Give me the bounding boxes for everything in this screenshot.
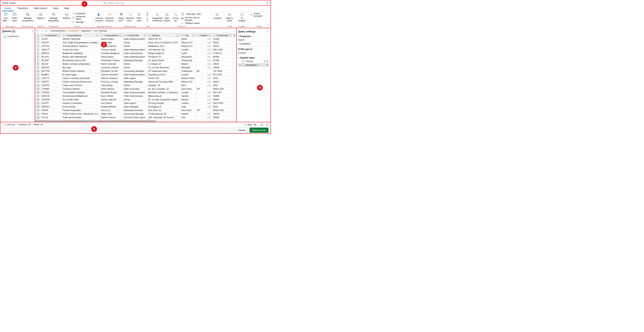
query-item-customers[interactable]: Customers bbox=[0, 34, 35, 38]
horizontal-scrollbar[interactable] bbox=[35, 120, 236, 122]
tab-help[interactable]: Help bbox=[62, 6, 72, 11]
ai-insights-button[interactable]: AI insights bbox=[237, 12, 247, 22]
table-row[interactable]: 20ERNSHErnst HandelRoland MendelSales Ma… bbox=[35, 105, 236, 108]
refresh-button[interactable]: Refresh˅ bbox=[62, 12, 71, 22]
options-button[interactable]: Options bbox=[36, 12, 45, 20]
gear-icon[interactable]: ⚙ bbox=[264, 60, 266, 62]
manage-connections-button[interactable]: Manage connections bbox=[21, 12, 34, 22]
table-row[interactable]: 18DUMONDu monde entierJanine LabruneOwne… bbox=[35, 98, 236, 102]
tab-view[interactable]: View bbox=[50, 6, 61, 11]
keep-rows-button[interactable]: Keep rows ˅ bbox=[117, 12, 126, 22]
fx-icon[interactable]: fx bbox=[45, 30, 48, 32]
cancel-button[interactable]: Cancel bbox=[235, 128, 248, 133]
table-row[interactable]: 11BSBEVB's BeveragesVictoria AshworthSal… bbox=[35, 73, 236, 76]
group-label: Share bbox=[257, 25, 262, 28]
tab-transform[interactable]: Transform bbox=[14, 6, 31, 11]
group-label: New query bbox=[6, 25, 15, 28]
replace-values-button[interactable]: ½→Replace values bbox=[181, 22, 209, 24]
collapse-queries-icon[interactable]: 〈 bbox=[30, 30, 33, 33]
data-grid[interactable]: ▦ABCCustomerID▾ABCCompanyName▾ABCContact… bbox=[35, 34, 236, 120]
bulb-icon bbox=[155, 12, 160, 17]
table-row[interactable]: 5BERGSBerglunds snabbköpChristina Berglu… bbox=[35, 52, 236, 55]
use-first-row-button[interactable]: Use first row as headers ˅ bbox=[181, 16, 209, 22]
keep-rows-icon bbox=[119, 12, 124, 17]
svg-rect-29 bbox=[216, 14, 217, 16]
advanced-editor-button[interactable]: Advanced editor bbox=[72, 15, 91, 20]
column-header[interactable]: ABCCity▾ bbox=[180, 34, 196, 37]
column-header[interactable]: ABCRegion▾ bbox=[196, 34, 212, 37]
close-icon[interactable]: ✕ bbox=[265, 1, 270, 5]
table-row[interactable]: 14CHOPSChop-suey ChineseYang WangOwnerHa… bbox=[35, 84, 236, 87]
sort-desc-button[interactable]: Z↓A bbox=[146, 17, 149, 22]
table-row[interactable]: 3ANTONAntonio Moreno TaqueríaAntonio Mor… bbox=[35, 44, 236, 48]
cancel-formula-icon[interactable]: ✕ bbox=[36, 30, 40, 32]
commit-formula-icon[interactable]: ✓ bbox=[40, 30, 44, 32]
db-icon[interactable]: 🗄 bbox=[266, 64, 268, 66]
ribbon-collapse-icon[interactable]: ⌃ bbox=[267, 24, 269, 27]
table-row[interactable]: 15COMMIComércio MineiroPedro AfonsoSales… bbox=[35, 87, 236, 91]
query-name-input[interactable] bbox=[238, 42, 269, 46]
get-data-button[interactable]: Get data ˅ bbox=[2, 12, 10, 22]
column-header[interactable]: ABCContactName▾ bbox=[100, 34, 122, 37]
table-row[interactable]: 22FISSAFISSA Fabrica Inter. Salchichas S… bbox=[35, 112, 236, 116]
manage-button[interactable]: Manage ˅ bbox=[72, 21, 91, 24]
grid-view-icon[interactable]: ▦ bbox=[260, 123, 264, 126]
suggested-transforms-button[interactable]: Suggested transforms bbox=[152, 12, 162, 22]
table-row[interactable]: 4AROUTAround the HornThomas HardySales R… bbox=[35, 48, 236, 52]
combine-button[interactable]: Combine˅ bbox=[212, 12, 222, 22]
table-row[interactable]: 23FOLIGFolies gourmandesMartine RancéAss… bbox=[35, 116, 236, 119]
svg-rect-14 bbox=[98, 13, 99, 16]
remove-columns-button[interactable]: Remove columns ˅ bbox=[105, 12, 114, 25]
group-label: Data sources bbox=[22, 25, 34, 28]
table-row[interactable]: 6BLAUSBlauer See DelikatessenHanna MoosS… bbox=[35, 55, 236, 59]
step-button[interactable]: ▭ Step bbox=[245, 123, 252, 126]
applied-steps-section[interactable]: Applied steps bbox=[238, 54, 269, 59]
properties-button[interactable]: Properties bbox=[72, 12, 91, 15]
db-icon[interactable]: 🗄 bbox=[266, 60, 268, 62]
svg-rect-9 bbox=[53, 14, 54, 14]
column-header[interactable]: ABCCompanyName▾ bbox=[61, 34, 100, 37]
enter-data-button[interactable]: Enter data bbox=[10, 12, 19, 22]
manage-parameters-button[interactable]: Manage parameters ˅ bbox=[47, 12, 60, 25]
expand-formula-icon[interactable]: ⌄ bbox=[232, 30, 235, 32]
table-row[interactable]: 19EASTCEastern ConnectionAnn DevonSales … bbox=[35, 102, 236, 105]
table-row[interactable]: 21FAMIAFamilia ArquibaldoAria CruzMarket… bbox=[35, 108, 236, 112]
table-row[interactable]: 13CENTCCentro comercial MoctezumaFrancis… bbox=[35, 80, 236, 84]
warning-status[interactable]: ⚠1 warning bbox=[2, 123, 15, 126]
table-row[interactable]: 1ALFKIAlfreds FutterkisteMaria AndersSal… bbox=[35, 37, 236, 41]
split-column-button[interactable]: Split column ˅ bbox=[163, 12, 171, 25]
column-header[interactable]: ABCContactTitle▾ bbox=[123, 34, 147, 37]
table-row[interactable]: 10BOTTMBottom-Dollar MarketsElizabeth Li… bbox=[35, 69, 236, 73]
formula-bar[interactable]: Source{[Name = "Customers", Signature = … bbox=[49, 29, 231, 33]
sort-asc-button[interactable]: A↓Z bbox=[146, 12, 149, 17]
data-type-button[interactable]: ABC123 Data type: Text ˅ bbox=[181, 12, 209, 16]
table-row[interactable]: 8BOLIDBólido Comidas preparadasMartín So… bbox=[35, 62, 236, 66]
tab-home[interactable]: Home bbox=[2, 6, 14, 11]
table-row[interactable]: 17DRACDDrachenblut DelikatessenSven Ottl… bbox=[35, 94, 236, 98]
expand-settings-icon[interactable]: 〉 bbox=[267, 30, 269, 33]
list-view-icon[interactable]: ▤ bbox=[265, 123, 269, 126]
table-row[interactable]: 16CONSHConsolidated HoldingsElizabeth Br… bbox=[35, 91, 236, 94]
diagram-view-icon[interactable]: ⊞→ bbox=[254, 123, 258, 126]
export-template-button[interactable]: Export template bbox=[250, 12, 269, 18]
group-label: CDM bbox=[228, 25, 232, 28]
column-header[interactable]: ABCCustomerID▾ bbox=[40, 34, 62, 37]
group-by-button[interactable]: Group by bbox=[172, 12, 180, 22]
step-source[interactable]: Source ⚙🗄 bbox=[238, 59, 269, 63]
column-header[interactable]: ABCAddress▾ bbox=[147, 34, 180, 37]
properties-section[interactable]: Properties bbox=[238, 34, 269, 38]
table-row[interactable]: 7BLONPBlondesddsl père et filsFrédérique… bbox=[35, 59, 236, 62]
remove-rows-button[interactable]: Remove rows ˅ bbox=[126, 12, 134, 22]
save-close-button[interactable]: Save & close bbox=[250, 128, 268, 133]
column-header[interactable]: ABCPostalCode▾ bbox=[212, 34, 232, 37]
table-row[interactable]: 9BONAPBon app'Laurence LebihanOwner12, r… bbox=[35, 66, 236, 69]
table-row[interactable]: 12CACTUCactus Comidas para llevarPatrici… bbox=[35, 76, 236, 80]
delete-step-icon[interactable]: ✕ bbox=[239, 64, 241, 66]
map-to-entity-button[interactable]: CDM Map to entity bbox=[224, 12, 234, 22]
table-row[interactable]: 2ANATRAna Trujillo Emparedados y helados… bbox=[35, 41, 236, 44]
filter-rows-button[interactable]: Filter rows bbox=[135, 12, 143, 22]
choose-columns-button[interactable]: Choose columns ˅ bbox=[94, 12, 104, 25]
tab-add-column[interactable]: Add column bbox=[32, 6, 50, 11]
step-navigation[interactable]: ✕ Navigation 1 🗄 bbox=[238, 63, 269, 67]
global-search-input[interactable]: 🔍 Search (Alt + Q) bbox=[102, 1, 184, 5]
